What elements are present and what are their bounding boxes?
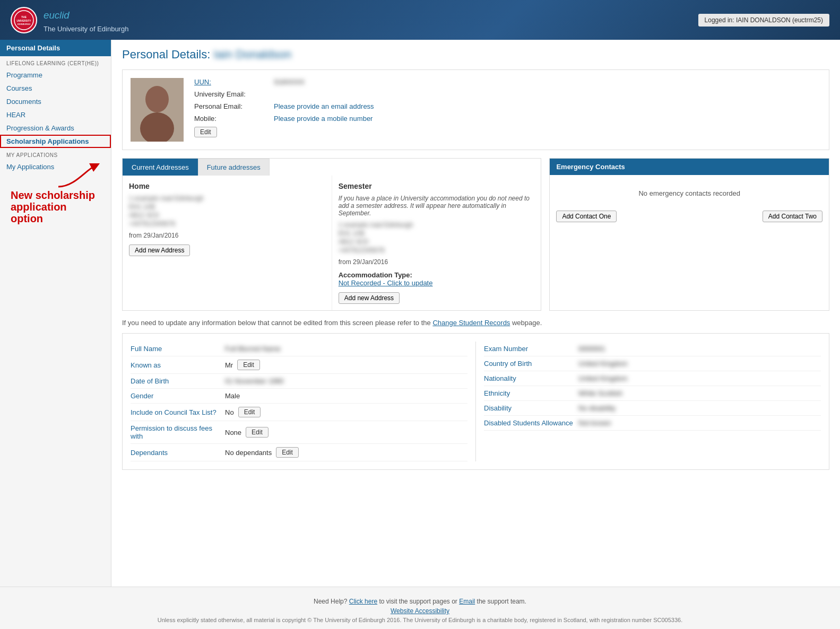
sidebar-item-progression-awards[interactable]: Progression & Awards [0, 121, 111, 135]
tab-current-addresses[interactable]: Current Addresses [123, 159, 198, 176]
sidebar-item-courses[interactable]: Courses [0, 82, 111, 95]
exam-number-value: 0000001 [578, 345, 605, 353]
detail-row-full-name: Full Name Full Blurred Name [131, 342, 467, 356]
header: THE UNIVERSITY EDINBURGH euclid The Univ… [0, 0, 840, 40]
full-name-label: Full Name [131, 345, 221, 353]
update-notice: If you need to update any information be… [122, 319, 829, 327]
disability-label: Disability [484, 404, 574, 412]
semester-line-4: +447912345678 [339, 247, 535, 254]
svg-text:UNIVERSITY: UNIVERSITY [16, 20, 31, 22]
uun-value: S16XXXX [274, 78, 305, 86]
sidebar-item-hear[interactable]: HEAR [0, 108, 111, 121]
semester-from: from 29/Jan/2016 [339, 258, 535, 266]
fees-label: Permission to discuss fees with [131, 424, 221, 440]
exam-number-label: Exam Number [484, 345, 574, 353]
student-name-blurred: Iain Donaldson [213, 48, 291, 62]
uun-label-link[interactable]: UUN: [194, 78, 211, 86]
change-student-records-link[interactable]: Change Student Records [432, 319, 510, 327]
logo-area: THE UNIVERSITY EDINBURGH euclid The Univ… [11, 7, 128, 33]
svg-text:EDINBURGH: EDINBURGH [18, 23, 30, 25]
semester-line-2: EH1 1AB [339, 230, 535, 237]
nationality-label: Nationality [484, 374, 574, 382]
semester-line-1: 1 example road Edinburgh [339, 221, 535, 229]
dsa-value: Not known [578, 419, 611, 427]
mobile-value: Please provide a mobile number [274, 115, 373, 123]
home-title: Home [129, 182, 325, 190]
council-tax-label: Include on Council Tax List? [131, 408, 221, 416]
sidebar-item-documents[interactable]: Documents [0, 95, 111, 108]
uun-row: UUN: S16XXXX [194, 78, 821, 86]
emergency-content: No emergency contacts recorded Add Conta… [550, 175, 829, 229]
edit-btn-row: Edit [194, 127, 821, 137]
detail-row-nationality: Nationality United Kingdom [484, 371, 821, 386]
add-semester-address-button[interactable]: Add new Address [339, 292, 400, 304]
footer-text1: to visit the support pages or [379, 598, 459, 605]
accommodation-label: Accommodation Type: [339, 271, 412, 279]
accommodation-type: Accommodation Type: Not Recorded - Click… [339, 271, 535, 287]
gender-value: Male [225, 392, 240, 400]
mobile-label: Mobile: [194, 115, 269, 123]
home-line-4: +447912345678 [129, 220, 325, 228]
login-info: Logged in: IAIN DONALDSON (euctrm25) [698, 14, 829, 27]
add-contact-one-button[interactable]: Add Contact One [556, 211, 617, 222]
detail-row-exam-number: Exam Number 0000001 [484, 342, 821, 356]
semester-address-col: Semester If you have a place in Universi… [332, 176, 541, 310]
add-home-address-button[interactable]: Add new Address [129, 244, 190, 256]
address-content: Home 1 example road Edinburgh EH1 1AB AB… [123, 176, 541, 310]
main-layout: Personal Details LIFELONG LEARNING (CERT… [0, 40, 840, 587]
footer-accessibility-link[interactable]: Website Accessibility [391, 607, 449, 615]
detail-row-disability: Disability No disability [484, 401, 821, 416]
address-tab-bar: Current Addresses Future addresses [123, 159, 541, 176]
update-notice-text-before: If you need to update any information be… [122, 319, 432, 327]
semester-title: Semester [339, 182, 535, 190]
university-crest: THE UNIVERSITY EDINBURGH [11, 7, 37, 33]
dependants-edit-button[interactable]: Edit [276, 447, 299, 458]
council-tax-value: No [225, 408, 234, 416]
university-name-header: The University of Edinburgh [44, 25, 128, 33]
dob-label: Date of Birth [131, 377, 221, 385]
personal-info-edit-button[interactable]: Edit [194, 127, 217, 137]
emergency-section: Emergency Contacts No emergency contacts… [549, 158, 829, 311]
fees-value: None [225, 429, 241, 436]
svg-text:THE: THE [21, 15, 27, 19]
personal-email-value: Please provide an email address [274, 102, 374, 110]
info-fields: UUN: S16XXXX University Email: Personal … [194, 78, 821, 142]
tab-future-addresses[interactable]: Future addresses [198, 159, 270, 176]
footer-need-help: Need Help? [314, 598, 347, 605]
fees-edit-button[interactable]: Edit [246, 427, 269, 438]
footer-text2: the support team. [477, 598, 526, 605]
home-from: from 29/Jan/2016 [129, 232, 325, 239]
home-line-3: AB12 3CD [129, 212, 325, 219]
full-name-value: Full Blurred Name [225, 345, 281, 353]
details-divider [475, 342, 476, 461]
emergency-header: Emergency Contacts [550, 159, 829, 175]
euclid-logo-text: euclid [44, 7, 128, 25]
accommodation-value-link[interactable]: Not Recorded - Click to update [339, 279, 433, 287]
dependants-label: Dependants [131, 449, 221, 457]
details-left-col: Full Name Full Blurred Name Known as Mr … [131, 342, 467, 461]
euclid-brand: euclid [44, 13, 86, 24]
home-address-col: Home 1 example road Edinburgh EH1 1AB AB… [123, 176, 332, 310]
detail-row-known-as: Known as Mr Edit [131, 356, 467, 374]
footer-click-here-link[interactable]: Click here [349, 598, 377, 605]
add-contact-two-button[interactable]: Add Contact Two [763, 211, 822, 222]
annotation-area: New scholarship application option [0, 189, 111, 224]
footer-email-link[interactable]: Email [459, 598, 475, 605]
known-as-label: Known as [131, 361, 221, 369]
address-section: Current Addresses Future addresses Home … [122, 158, 541, 311]
ethnicity-value: White Scottish [578, 389, 622, 397]
page-title: Personal Details: Iain Donaldson [122, 48, 829, 62]
nationality-value: United Kingdom [578, 374, 628, 382]
update-notice-text-after: webpage. [510, 319, 542, 327]
known-as-edit-button[interactable]: Edit [237, 360, 260, 370]
council-tax-edit-button[interactable]: Edit [238, 407, 261, 417]
annotation-text: New scholarship application option [5, 189, 106, 224]
personal-email-label: Personal Email: [194, 102, 269, 110]
sidebar-item-scholarship[interactable]: Scholarship Applications [0, 135, 111, 148]
sidebar: Personal Details LIFELONG LEARNING (CERT… [0, 40, 111, 587]
gender-label: Gender [131, 392, 221, 400]
univ-email-row: University Email: [194, 90, 821, 98]
detail-row-dsa: Disabled Students Allowance Not known [484, 416, 821, 431]
content-area: Personal Details: Iain Donaldson UUN: S1… [111, 40, 840, 587]
sidebar-item-programme[interactable]: Programme [0, 68, 111, 82]
